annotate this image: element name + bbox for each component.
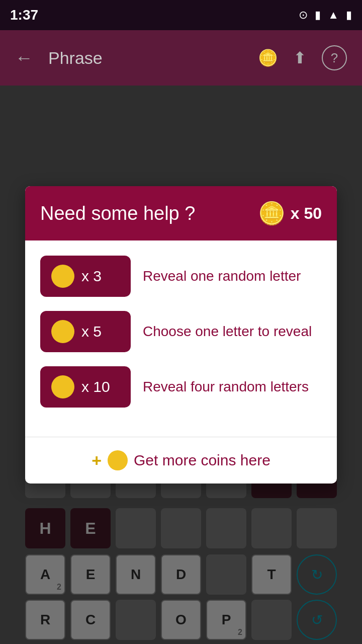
dialog-header: Need some help ? 🪙 x 50 [25,186,337,240]
help-option-3[interactable]: x 10 Reveal four random letters [40,366,322,408]
back-button[interactable]: ← [15,47,33,68]
coin-icon-3 [51,375,74,398]
coins-icon[interactable]: 🪙 [258,48,278,67]
option1-description: Reveal one random letter [143,267,322,285]
battery-icon: ▮ [346,9,352,22]
top-bar: ← Phrase 🪙 ⬆ ? [0,30,362,86]
status-bar: 1:37 ⊙ ▮ ▲ ▮ [0,0,362,30]
coins-display: 🪙 x 50 [258,200,322,226]
option2-cost: x 5 [81,323,102,340]
help-option-1[interactable]: x 3 Reveal one random letter [40,256,322,297]
help-dialog: Need some help ? 🪙 x 50 x 3 Reveal one r… [25,186,337,484]
dialog-title: Need some help ? [40,203,195,224]
get-more-coins-button[interactable]: + Get more coins here [25,437,337,484]
coin-icon-2 [51,320,74,343]
coin-icon-1 [51,265,74,288]
status-icons: ⊙ ▮ ▲ ▮ [299,9,352,22]
status-time: 1:37 [10,7,38,23]
reveal-random-letter-button[interactable]: x 3 [40,256,131,297]
coin-stack-icon: 🪙 [258,200,286,226]
coin-count: x 50 [291,204,322,223]
option1-cost: x 3 [81,268,102,285]
option3-description: Reveal four random letters [143,378,322,396]
footer-coin-icon [108,450,128,470]
top-bar-actions: 🪙 ⬆ ? [258,45,347,70]
footer-label: Get more coins here [134,452,270,469]
dialog-body: x 3 Reveal one random letter x 5 Choose … [25,240,337,432]
help-option-2[interactable]: x 5 Choose one letter to reveal [40,311,322,352]
choose-letter-button[interactable]: x 5 [40,311,131,352]
plus-icon: + [92,451,102,470]
game-background: Need some help ? 🪙 x 50 x 3 Reveal one r… [0,86,362,644]
help-icon[interactable]: ? [322,45,347,70]
option2-description: Choose one letter to reveal [143,323,322,341]
page-title: Phrase [48,48,248,68]
signal-icon: ▲ [328,9,339,22]
option3-cost: x 10 [81,378,110,395]
share-icon[interactable]: ⬆ [293,48,307,67]
circle-icon: ⊙ [299,9,308,22]
sim-icon: ▮ [315,9,321,22]
reveal-four-letters-button[interactable]: x 10 [40,366,131,408]
